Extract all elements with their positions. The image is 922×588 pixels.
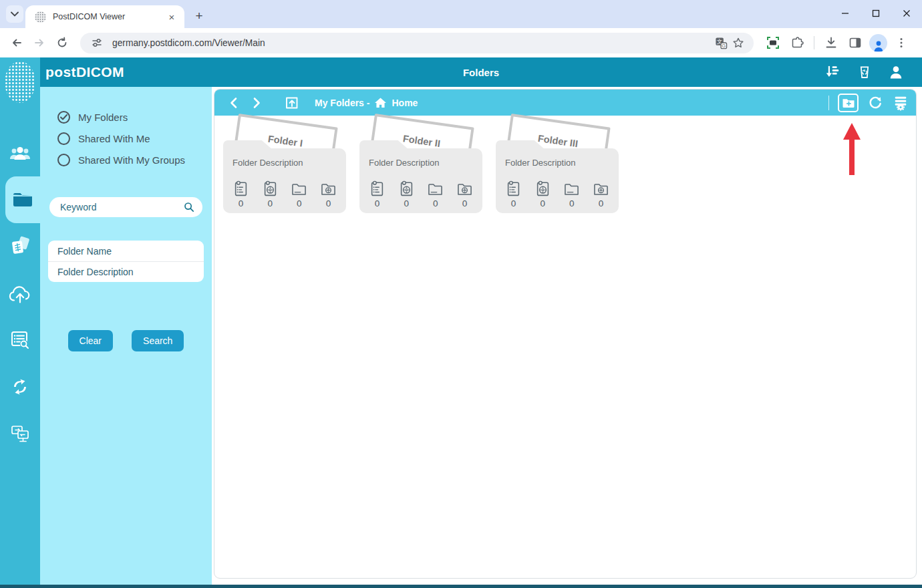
subfolder-icon [563,180,581,198]
stat-count: 0 [569,198,575,208]
browser-tab[interactable]: PostDICOM Viewer × [25,5,184,28]
breadcrumb-home[interactable]: Home [392,98,418,108]
translate-icon[interactable]: 文G [712,34,730,51]
stat-count: 0 [326,198,331,208]
patients-icon [9,143,31,163]
crumb-separator [828,96,829,110]
folder-card[interactable]: Folder III Folder Description 0 0 [496,120,619,222]
rail-item-sync[interactable] [0,363,40,410]
arrow-shaft [849,140,855,175]
radio-shared-with-me[interactable]: Shared With Me [57,132,212,145]
stat-clipboard-studies: 0 [261,180,279,208]
postdicom-app: Folders postDICOM [0,57,922,588]
radio-shared-with-my-groups[interactable]: Shared With My Groups [57,154,212,166]
folder-studies-icon [319,180,337,198]
subfolder-icon [290,180,308,198]
minimize-button[interactable] [830,0,861,27]
keyword-search-box[interactable] [49,197,202,217]
radio-label: Shared With My Groups [78,154,185,166]
extensions-puzzle-icon[interactable] [787,33,807,53]
folder-card-body[interactable]: Folder Description 0 0 0 [496,148,619,213]
site-settings-icon[interactable] [88,34,106,51]
folder-filter-panel: My Folders Shared With Me Shared With My… [40,87,212,585]
search-button[interactable]: Search [132,330,184,351]
app-header: Folders postDICOM [40,57,922,87]
browser-profile-avatar[interactable] [869,34,887,52]
new-tab-button[interactable]: + [190,7,208,25]
address-bar[interactable]: germany.postdicom.com/Viewer/Main 文G [80,33,754,53]
rail-item-remote-devices[interactable] [0,410,40,457]
breadcrumb-path[interactable]: My Folders - [315,98,369,108]
folder-card-body[interactable]: Folder Description 0 0 0 [223,148,346,213]
rail-item-studies[interactable] [0,223,40,270]
recycle-bin-icon[interactable] [855,62,875,82]
folder-name-input[interactable] [57,246,194,257]
account-icon[interactable] [886,62,906,82]
rail-item-patients[interactable] [0,130,40,176]
svg-text:G: G [722,42,726,48]
add-folder-icon [842,97,855,108]
folder-card-body[interactable]: Folder Description 0 0 0 [359,148,482,213]
home-icon[interactable] [374,97,387,108]
folder-card[interactable]: Folder II Folder Description 0 0 [359,120,482,222]
reload-button[interactable] [51,31,73,54]
clipboard-studies-icon [398,180,416,198]
refresh-button[interactable] [867,95,883,111]
downloads-icon[interactable] [821,33,841,53]
arrow-head [843,123,861,140]
folder-description: Folder Description [223,148,346,168]
tab-title: PostDICOM Viewer [53,12,166,21]
keyword-input[interactable] [60,202,184,212]
radio-my-folders[interactable]: My Folders [57,111,212,124]
radio-label: My Folders [78,112,128,123]
rail-item-folders[interactable] [5,176,40,223]
folder-description-input[interactable] [57,267,194,277]
rail-item-worklist[interactable] [0,317,40,363]
breadcrumb-back-button[interactable] [229,97,239,109]
side-panel-icon[interactable] [845,33,865,53]
annotation-arrow-to-add-folder [842,123,861,176]
bookmark-star-icon[interactable] [730,34,747,51]
folder-description: Folder Description [359,148,482,168]
rail-item-upload[interactable] [0,270,40,317]
close-tab-icon[interactable]: × [166,11,178,23]
download-queue-icon[interactable] [823,62,843,82]
clear-button[interactable]: Clear [68,330,113,351]
stat-subfolders: 0 [426,180,444,208]
folder-scope-options: My Folders Shared With Me Shared With My… [57,111,212,166]
search-icon [184,202,194,212]
clipboard-orders-icon [232,180,250,198]
browser-toolbar: germany.postdicom.com/Viewer/Main 文G [0,28,922,57]
folder-name-field[interactable] [48,241,204,261]
stat-count: 0 [297,198,302,208]
add-folder-button[interactable] [838,94,859,112]
cloud-upload-icon [8,283,32,303]
browser-menu-kebab-icon[interactable] [891,33,911,53]
stat-subfolders: 0 [563,180,581,208]
screenshot-extension-icon[interactable] [763,33,783,53]
tab-search-chevron-icon[interactable] [6,5,23,23]
folder-process-icon [892,95,909,111]
stat-count: 0 [239,198,244,208]
breadcrumb-forward-button[interactable] [252,97,261,109]
page-title: Folders [40,67,922,78]
stat-count: 0 [404,198,409,208]
browser-tab-strip: PostDICOM Viewer × + [0,0,922,28]
bottom-strip [0,585,922,588]
maximize-button[interactable] [861,0,891,27]
radio-selected-icon [57,111,70,124]
folder-process-button[interactable] [892,95,909,111]
url-text[interactable]: germany.postdicom.com/Viewer/Main [112,38,712,48]
folder-description-field[interactable] [48,261,204,282]
clipboard-studies-icon [534,180,552,198]
toolbar-separator [814,36,814,49]
forward-button[interactable] [28,31,51,54]
stat-shared-folder-studies: 0 [592,180,610,208]
radio-label: Shared With Me [78,133,150,144]
close-window-button[interactable] [891,0,922,27]
folder-card[interactable]: Folder I Folder Description 0 0 [223,120,346,222]
back-button[interactable] [5,31,28,54]
folder-card-grid: Folder I Folder Description 0 0 [223,120,619,222]
subfolder-icon [426,180,444,198]
go-up-folder-button[interactable] [284,95,300,111]
